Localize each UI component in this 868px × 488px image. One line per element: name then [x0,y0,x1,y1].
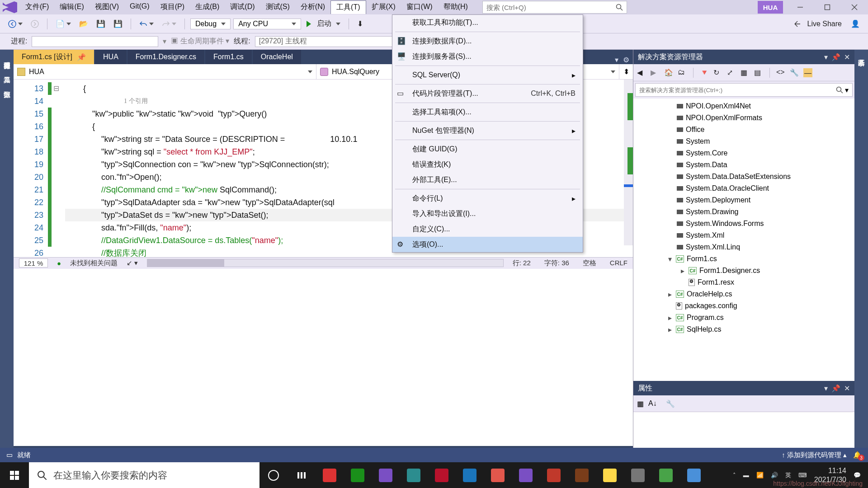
notifications-button[interactable]: 🔔3 [853,451,862,459]
side-tab-toolbox[interactable]: 工具箱 [2,69,12,74]
menu-item[interactable]: ⚙选项(O)... [392,237,583,252]
taskbar-app[interactable] [372,462,400,488]
taskbar-app[interactable] [400,462,428,488]
menu-3[interactable]: Git(G) [124,0,155,14]
lifecycle-button[interactable]: ▣ 生命周期事件 ▾ [171,37,229,46]
solution-search[interactable]: ▾ [635,83,853,97]
taskbar-app[interactable] [428,462,456,488]
close-button[interactable] [841,0,868,14]
ime-indicator[interactable]: 英 [785,471,791,479]
menu-6[interactable]: 调试(D) [225,0,260,14]
save-all-button[interactable]: 💾 [111,19,125,29]
wrench2-icon[interactable]: 🔧 [666,399,675,408]
tree-file[interactable]: packages.config [633,300,854,312]
wifi-icon[interactable]: 📶 [756,472,764,479]
taskbar-app[interactable] [316,462,344,488]
solution-explorer-header[interactable]: 解决方案资源管理器 ▾📌✕ [633,50,854,64]
menu-item[interactable]: 错误查找(K) [392,157,583,172]
nav-namespace[interactable]: HUA [14,64,316,79]
taskbar-app[interactable] [624,462,652,488]
menu-item[interactable]: 🖥️连接到服务器(S)... [392,49,583,64]
taskbar-app[interactable] [512,462,540,488]
menu-item[interactable]: 选择工具箱项(X)... [392,104,583,120]
user-badge[interactable]: HUA [758,1,783,14]
menu-1[interactable]: 编辑(E) [54,0,89,14]
taskbar-app[interactable] [652,462,680,488]
taskbar-app[interactable] [568,462,596,488]
taskbar-app[interactable] [259,462,288,488]
maximize-button[interactable] [814,0,841,14]
refresh-icon[interactable]: ↻ [713,68,722,77]
side-tab-datasource[interactable]: 数据源 [2,83,12,89]
solution-search-input[interactable] [639,87,836,94]
config-select[interactable]: Debug [190,19,231,29]
tree-file[interactable]: Form1.resx [633,277,854,288]
start-button[interactable] [0,462,29,488]
menu-2[interactable]: 视图(V) [90,0,124,14]
code-minimap[interactable] [624,80,633,245]
showall-icon[interactable]: ▦ [741,68,750,77]
tree-ref[interactable]: Office [633,124,854,136]
menu-5[interactable]: 生成(B) [190,0,225,14]
live-share-button[interactable]: Live Share [791,19,844,29]
forward-button[interactable] [28,19,42,29]
menu-8[interactable]: 分析(N) [295,0,330,14]
menu-item[interactable]: 外部工具(E)... [392,172,583,188]
windows-search[interactable]: 在这里输入你要搜索的内容 [29,462,259,488]
back-button[interactable] [5,19,25,29]
taskbar-app[interactable] [596,462,624,488]
doc-tab[interactable]: HUA [95,50,127,64]
save-button[interactable]: 💾 [94,19,108,29]
tray-chevron-icon[interactable]: ˄ [733,472,736,479]
taskbar-app[interactable] [680,462,708,488]
taskbar-app[interactable] [344,462,372,488]
filter-icon[interactable]: 🔻 [700,68,709,77]
taskbar-app[interactable] [456,462,484,488]
tree-ref[interactable]: System.Windows.Forms [633,218,854,230]
menu-item[interactable]: 命令行(L)▸ [392,191,583,206]
minimize-button[interactable] [787,0,814,14]
tool-icon-1[interactable]: ⬇ [354,19,366,29]
taskbar-app[interactable] [484,462,512,488]
tree-ref[interactable]: System.Data.DataSetExtensions [633,171,854,183]
account-button[interactable]: 👤 [848,19,863,29]
az-icon[interactable]: A↓ [648,399,657,408]
menu-0[interactable]: 文件(F) [20,0,54,14]
tree-ref[interactable]: System.Data [633,159,854,171]
indent-mode[interactable]: 空格 [583,259,596,267]
eol-mode[interactable]: CRLF [610,259,627,267]
ime-keyboard-icon[interactable]: ⌨ [798,472,807,479]
properties-icon[interactable]: ▤ [754,68,763,77]
doc-tab[interactable]: Form1.Designer.cs [127,50,204,64]
tree-ref[interactable]: System.Data.OracleClient [633,183,854,194]
menu-item[interactable]: SQL Server(Q)▸ [392,67,583,83]
tree-ref[interactable]: System.Deployment [633,194,854,206]
undo-button[interactable] [137,19,156,28]
tree-file[interactable]: ▸C#SqlHelp.cs [633,324,854,335]
properties-header[interactable]: 属性 ▾📌✕ [633,381,854,395]
tree-ref[interactable]: System.Xml [633,230,854,241]
h-scrollbar[interactable] [147,259,504,267]
tree-file[interactable]: ▸C#OracleHelp.cs [633,288,854,300]
menu-item[interactable]: ▭代码片段管理器(T)...Ctrl+K, Ctrl+B [392,86,583,101]
menu-item[interactable]: 🗄️连接到数据库(D)... [392,33,583,49]
home-icon[interactable]: 🏠 [664,68,673,77]
doc-tab[interactable]: Form1.cs [设计]📌 [14,50,94,64]
new-button[interactable]: 📄 [53,19,74,29]
menu-item[interactable]: NuGet 包管理器(N)▸ [392,123,583,138]
tree-ref[interactable]: System.Drawing [633,206,854,218]
menu-10[interactable]: 扩展(X) [366,0,401,14]
global-search-input[interactable] [486,4,616,11]
menu-7[interactable]: 测试(S) [260,0,295,14]
tree-file[interactable]: ▸C#Program.cs [633,312,854,324]
doc-tab[interactable]: OracleHel [253,50,301,64]
side-tab-server-explorer[interactable]: 服务器资源管理器 [2,54,12,60]
menu-4[interactable]: 项目(P) [155,0,190,14]
solution-tree[interactable]: NPOI.OpenXml4NetNPOI.OpenXmlFormatsOffic… [633,99,854,381]
fwd-icon[interactable]: ▶ [651,68,660,77]
menu-12[interactable]: 帮助(H) [438,0,473,14]
view-code-icon[interactable]: <> [776,68,785,77]
sync-icon[interactable]: 🗂 [678,68,687,77]
process-select[interactable] [32,36,158,47]
zoom-select[interactable]: 121 % [19,258,48,267]
